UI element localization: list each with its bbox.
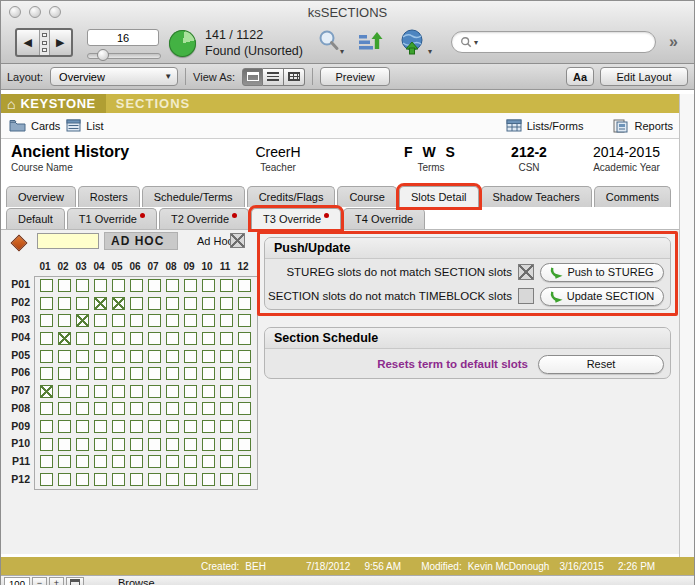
- next-record-button[interactable]: ▶: [50, 36, 72, 49]
- slot-checkbox[interactable]: [58, 402, 71, 415]
- slot-checkbox[interactable]: [94, 473, 107, 486]
- toggle-status-toolbar-button[interactable]: [66, 577, 84, 585]
- tab-t1-override[interactable]: T1 Override: [67, 208, 157, 229]
- tab-course[interactable]: Course: [337, 186, 396, 207]
- slot-checkbox[interactable]: [130, 314, 143, 327]
- slot-checkbox[interactable]: [40, 438, 53, 451]
- slot-checkbox[interactable]: [130, 350, 143, 363]
- slot-checkbox[interactable]: [220, 332, 233, 345]
- edit-layout-button[interactable]: Edit Layout: [600, 67, 688, 86]
- slot-checkbox[interactable]: [130, 420, 143, 433]
- slot-checkbox[interactable]: [94, 332, 107, 345]
- slot-checkbox[interactable]: [238, 350, 251, 363]
- cards-button[interactable]: Cards: [9, 119, 60, 132]
- zoom-out-button[interactable]: −: [32, 577, 47, 585]
- tab-comments[interactable]: Comments: [594, 186, 671, 207]
- record-slider-thumb[interactable]: [97, 49, 109, 61]
- slot-checkbox[interactable]: [202, 279, 215, 292]
- slot-checkbox[interactable]: [112, 279, 125, 292]
- mode-popup[interactable]: Browse: [118, 577, 155, 585]
- previous-record-button[interactable]: ◀: [17, 36, 39, 49]
- slot-checkbox[interactable]: [202, 420, 215, 433]
- slot-checkbox[interactable]: [166, 350, 179, 363]
- slot-checkbox[interactable]: [202, 455, 215, 468]
- slot-checkbox[interactable]: [166, 279, 179, 292]
- tab-default[interactable]: Default: [6, 208, 65, 229]
- slot-checkbox[interactable]: [148, 314, 161, 327]
- slot-checkbox[interactable]: [166, 420, 179, 433]
- slot-checkbox[interactable]: [76, 402, 89, 415]
- slot-checkbox[interactable]: [220, 455, 233, 468]
- slot-checkbox[interactable]: [220, 297, 233, 310]
- slot-checkbox[interactable]: [148, 420, 161, 433]
- slot-checkbox[interactable]: [238, 402, 251, 415]
- slot-checkbox[interactable]: [202, 385, 215, 398]
- slot-checkbox[interactable]: [238, 297, 251, 310]
- slot-checkbox[interactable]: [166, 385, 179, 398]
- share-upload-icon[interactable]: [399, 29, 425, 55]
- slot-checkbox[interactable]: [184, 402, 197, 415]
- slot-checkbox[interactable]: [238, 314, 251, 327]
- slot-checkbox[interactable]: [202, 350, 215, 363]
- tab-rosters[interactable]: Rosters: [78, 186, 140, 207]
- slot-checkbox[interactable]: [202, 332, 215, 345]
- reset-button[interactable]: Reset: [538, 355, 664, 374]
- slot-checkbox[interactable]: [202, 402, 215, 415]
- slot-checkbox[interactable]: [148, 385, 161, 398]
- slot-checkbox[interactable]: [58, 473, 71, 486]
- slot-checkbox[interactable]: [148, 455, 161, 468]
- slot-checkbox[interactable]: [58, 455, 71, 468]
- slot-checkbox[interactable]: [76, 367, 89, 380]
- match-status-checkbox[interactable]: [518, 288, 534, 304]
- slot-checkbox[interactable]: [112, 455, 125, 468]
- slot-checkbox[interactable]: [58, 279, 71, 292]
- slot-checkbox[interactable]: [148, 402, 161, 415]
- slot-checkbox[interactable]: [184, 420, 197, 433]
- slot-checkbox[interactable]: [112, 402, 125, 415]
- slot-checkbox[interactable]: [130, 367, 143, 380]
- tab-shadow-teachers[interactable]: Shadow Teachers: [481, 186, 592, 207]
- view-table-button[interactable]: [284, 68, 305, 86]
- slot-checkbox[interactable]: [148, 438, 161, 451]
- slot-checkbox[interactable]: [238, 438, 251, 451]
- slot-checkbox[interactable]: [130, 438, 143, 451]
- slot-checkbox[interactable]: [220, 385, 233, 398]
- slot-checkbox[interactable]: [76, 473, 89, 486]
- record-number-input[interactable]: [87, 29, 159, 46]
- slot-checkbox[interactable]: [112, 350, 125, 363]
- slot-checkbox[interactable]: [76, 350, 89, 363]
- slot-checkbox[interactable]: [76, 314, 89, 327]
- slot-checkbox[interactable]: [40, 332, 53, 345]
- slot-checkbox[interactable]: [94, 297, 107, 310]
- slot-checkbox[interactable]: [220, 420, 233, 433]
- slot-checkbox[interactable]: [112, 332, 125, 345]
- slot-checkbox[interactable]: [94, 438, 107, 451]
- quick-search-input[interactable]: [480, 35, 647, 49]
- slot-checkbox[interactable]: [94, 402, 107, 415]
- lists-forms-button[interactable]: Lists/Forms: [506, 119, 584, 132]
- slot-checkbox[interactable]: [148, 279, 161, 292]
- slot-checkbox[interactable]: [238, 420, 251, 433]
- slot-checkbox[interactable]: [166, 332, 179, 345]
- slot-checkbox[interactable]: [58, 297, 71, 310]
- slot-checkbox[interactable]: [112, 314, 125, 327]
- slot-checkbox[interactable]: [76, 385, 89, 398]
- format-text-button[interactable]: Aa: [566, 67, 594, 86]
- slot-checkbox[interactable]: [220, 402, 233, 415]
- slot-checkbox[interactable]: [220, 438, 233, 451]
- slot-checkbox[interactable]: [184, 350, 197, 363]
- slot-checkbox[interactable]: [130, 297, 143, 310]
- slot-checkbox[interactable]: [238, 332, 251, 345]
- found-set-pie-icon[interactable]: [169, 30, 196, 57]
- slot-checkbox[interactable]: [58, 420, 71, 433]
- brand-box[interactable]: ⌂ KEYSTONE: [1, 94, 106, 113]
- slot-checkbox[interactable]: [238, 279, 251, 292]
- slot-checkbox[interactable]: [220, 350, 233, 363]
- adhoc-code-field[interactable]: [37, 233, 99, 249]
- slot-checkbox[interactable]: [184, 297, 197, 310]
- slot-checkbox[interactable]: [166, 402, 179, 415]
- slot-checkbox[interactable]: [184, 385, 197, 398]
- slot-checkbox[interactable]: [202, 367, 215, 380]
- slot-checkbox[interactable]: [112, 367, 125, 380]
- slot-checkbox[interactable]: [94, 420, 107, 433]
